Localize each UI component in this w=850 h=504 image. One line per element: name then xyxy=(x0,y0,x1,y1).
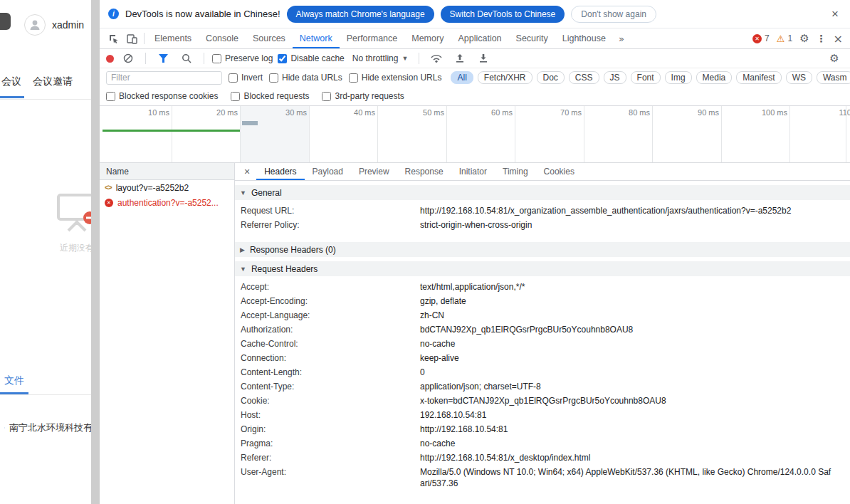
network-filter-bar: Invert Hide data URLs Hide extension URL… xyxy=(100,68,850,87)
header-key: User-Agent: xyxy=(241,466,420,489)
devtools-close-icon[interactable]: × xyxy=(834,32,843,46)
throttling-select[interactable]: No throttling ▼ xyxy=(350,53,411,63)
issue-badge[interactable]: ⚠ 1 xyxy=(777,33,792,43)
type-filter-wasm[interactable]: Wasm xyxy=(817,71,850,84)
record-button[interactable] xyxy=(106,55,114,63)
switch-devtools-chinese-button[interactable]: Switch DevTools to Chinese xyxy=(441,6,565,23)
tab-lighthouse[interactable]: Lighthouse xyxy=(555,28,613,48)
tab-sources[interactable]: Sources xyxy=(246,28,293,48)
tab-payload[interactable]: Payload xyxy=(305,163,351,180)
header-key: Content-Length: xyxy=(241,367,420,378)
network-conditions-icon[interactable] xyxy=(427,49,446,68)
throttling-value: No throttling xyxy=(352,53,399,63)
header-value: no-cache xyxy=(420,438,844,449)
tab-initiator[interactable]: Initiator xyxy=(451,163,495,180)
preserve-log-label: Preserve log xyxy=(225,53,273,63)
tab-elements[interactable]: Elements xyxy=(147,28,199,48)
type-filter-all[interactable]: All xyxy=(451,71,473,84)
header-row: Host: 192.168.10.54:81 xyxy=(235,408,850,422)
network-filter-input[interactable] xyxy=(106,71,222,85)
file-list-item[interactable]: 南宁北水环境科技有 xyxy=(4,421,93,434)
search-icon[interactable] xyxy=(177,49,196,68)
avatar[interactable] xyxy=(24,14,46,36)
tab-preview[interactable]: Preview xyxy=(351,163,397,180)
timeline-tick: 80 ms xyxy=(607,108,650,117)
preserve-log-input[interactable] xyxy=(212,54,221,63)
error-badge[interactable]: ✕ 7 xyxy=(752,33,770,43)
hide-extension-urls-checkbox[interactable]: Hide extension URLs xyxy=(349,73,442,83)
blocked-cookies-checkbox[interactable]: Blocked response cookies xyxy=(106,91,218,101)
hide-data-urls-checkbox[interactable]: Hide data URLs xyxy=(269,73,342,83)
dont-show-again-button[interactable]: Don't show again xyxy=(571,6,656,23)
disable-cache-checkbox[interactable]: Disable cache xyxy=(278,53,344,63)
user-row: xadmin xyxy=(24,14,84,36)
tab-files[interactable]: 文件 xyxy=(4,374,24,387)
clear-icon[interactable] xyxy=(119,49,137,68)
scrollbar[interactable] xyxy=(91,0,100,504)
invert-input[interactable] xyxy=(229,73,238,83)
tab-meeting-invites[interactable]: 会议邀请 xyxy=(33,75,73,88)
general-section-header[interactable]: ▼ General xyxy=(235,185,850,200)
invert-checkbox[interactable]: Invert xyxy=(229,73,263,83)
divider xyxy=(0,394,91,395)
header-value: Mozilla/5.0 (Windows NT 10.0; Win64; x64… xyxy=(420,466,844,489)
network-overview-timeline[interactable]: 10 ms 20 ms 30 ms 40 ms 50 ms 60 ms 70 m… xyxy=(100,106,850,163)
type-filter-media[interactable]: Media xyxy=(696,71,733,84)
header-key: Host: xyxy=(241,409,420,421)
type-filter-img[interactable]: Img xyxy=(665,71,692,84)
hide-extension-urls-input[interactable] xyxy=(349,73,358,83)
hide-data-urls-input[interactable] xyxy=(269,73,278,83)
device-toolbar-icon[interactable] xyxy=(122,29,141,48)
blocked-requests-checkbox[interactable]: Blocked requests xyxy=(231,91,309,101)
timeline-tick: 90 ms xyxy=(676,108,719,117)
type-filter-font[interactable]: Font xyxy=(631,71,661,84)
type-filter-doc[interactable]: Doc xyxy=(537,71,565,84)
tab-network[interactable]: Network xyxy=(293,28,340,48)
name-column-header[interactable]: Name xyxy=(100,163,234,180)
timeline-gridline xyxy=(584,106,584,162)
tab-timing[interactable]: Timing xyxy=(495,163,536,180)
filter-funnel-icon[interactable] xyxy=(154,49,172,68)
tab-headers[interactable]: Headers xyxy=(256,163,304,180)
request-details-panel: × Headers Payload Preview Response Initi… xyxy=(235,163,850,504)
more-tabs-icon[interactable]: » xyxy=(613,33,630,44)
settings-gear-icon[interactable]: ⚙ xyxy=(799,32,809,45)
always-match-language-button[interactable]: Always match Chrome's language xyxy=(287,6,434,23)
network-settings-gear-icon[interactable]: ⚙ xyxy=(825,49,844,68)
tab-console[interactable]: Console xyxy=(199,28,246,48)
inspect-element-icon[interactable] xyxy=(104,29,122,48)
kebab-menu-icon[interactable]: ⋮ xyxy=(817,33,827,44)
banner-close-icon[interactable]: × xyxy=(829,7,841,21)
tab-application[interactable]: Application xyxy=(451,28,508,48)
har-export-icon[interactable] xyxy=(451,49,469,68)
tab-performance[interactable]: Performance xyxy=(340,28,405,48)
tab-meetings[interactable]: 会议 xyxy=(1,75,21,88)
timeline-tick: 50 ms xyxy=(402,108,444,117)
tab-response[interactable]: Response xyxy=(397,163,451,180)
request-row-authentication[interactable]: ✕ authentication?v=-a5252... xyxy=(100,195,234,210)
timeline-gridline xyxy=(377,106,378,162)
response-headers-section-header[interactable]: ▶ Response Headers (0) xyxy=(235,242,850,257)
har-import-icon[interactable] xyxy=(474,49,493,68)
request-error-icon: ✕ xyxy=(105,199,113,207)
third-party-checkbox[interactable]: 3rd-party requests xyxy=(322,91,404,101)
tab-security[interactable]: Security xyxy=(509,28,555,48)
header-row: Cache-Control: no-cache xyxy=(235,337,850,351)
type-filter-fetch-xhr[interactable]: Fetch/XHR xyxy=(478,71,532,84)
tab-memory[interactable]: Memory xyxy=(404,28,451,48)
preserve-log-checkbox[interactable]: Preserve log xyxy=(212,53,273,63)
disable-cache-input[interactable] xyxy=(278,54,287,63)
blocked-requests-input[interactable] xyxy=(231,92,240,101)
type-filter-manifest[interactable]: Manifest xyxy=(736,71,781,84)
close-details-icon[interactable]: × xyxy=(238,166,256,177)
timeline-gridline xyxy=(309,106,310,162)
type-filter-js[interactable]: JS xyxy=(604,71,626,84)
type-filter-css[interactable]: CSS xyxy=(569,71,599,84)
third-party-input[interactable] xyxy=(322,92,331,101)
type-filter-ws[interactable]: WS xyxy=(786,71,812,84)
tab-cookies[interactable]: Cookies xyxy=(536,163,582,180)
header-key: Cookie: xyxy=(241,395,420,406)
request-headers-section-header[interactable]: ▼ Request Headers xyxy=(235,261,850,276)
blocked-cookies-input[interactable] xyxy=(106,92,115,101)
request-row-layout[interactable]: <> layout?v=-a5252b2 xyxy=(100,180,234,195)
